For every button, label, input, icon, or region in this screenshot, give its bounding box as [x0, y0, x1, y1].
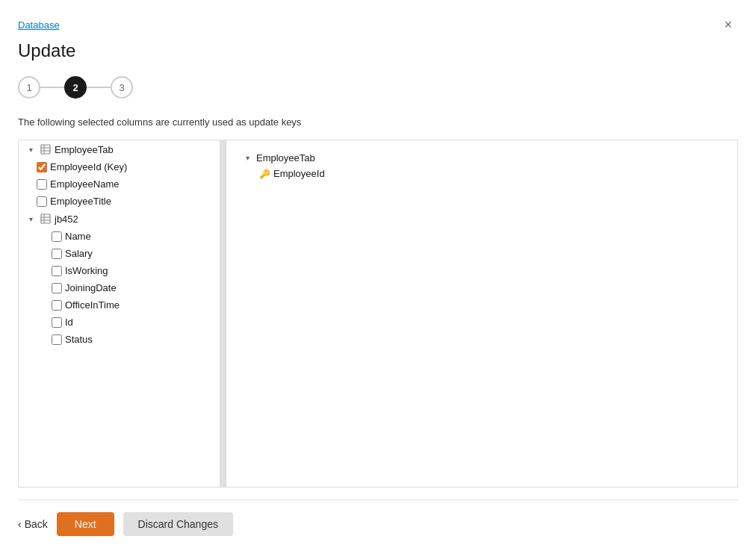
dialog-header: Database ×: [18, 15, 738, 34]
tree-group-employeetab[interactable]: ▾ EmployeeTab: [19, 140, 220, 158]
main-content: ▾ EmployeeTab EmployeeId (Key): [18, 140, 738, 488]
tree-item-employeetitle[interactable]: EmployeeTitle: [19, 193, 220, 210]
tree-item-status[interactable]: Status: [19, 331, 220, 348]
page-title: Update: [18, 40, 738, 61]
tree-item-joiningdate[interactable]: JoiningDate: [19, 279, 220, 296]
left-panel: ▾ EmployeeTab EmployeeId (Key): [18, 140, 220, 488]
chevron-employeetab[interactable]: ▾: [25, 143, 37, 155]
footer: ‹ Back Next Discard Changes: [18, 499, 738, 551]
checkbox-salary[interactable]: [52, 249, 62, 259]
back-arrow-icon: ‹: [18, 518, 22, 530]
column-name-officeintime: OfficeInTime: [65, 299, 120, 311]
svg-rect-4: [41, 214, 50, 223]
checkbox-isworking[interactable]: [52, 266, 62, 276]
tree-item-id[interactable]: Id: [19, 314, 220, 331]
table-icon-employeetab: [40, 143, 52, 155]
right-tree-group-employeetab: ▾ EmployeeTab: [238, 149, 725, 166]
column-name-employeename: EmployeeName: [50, 178, 120, 190]
stepper: 1 2 3: [18, 76, 738, 99]
tree-item-name[interactable]: Name: [19, 228, 220, 245]
checkbox-employeetitle[interactable]: [37, 196, 47, 207]
step-line-1: [40, 87, 64, 88]
checkbox-name[interactable]: [52, 231, 62, 242]
tree-item-officeintime[interactable]: OfficeInTime: [19, 296, 220, 314]
column-name-employeetitle: EmployeeTitle: [50, 196, 111, 207]
column-name-salary: Salary: [65, 248, 93, 259]
step-3: 3: [111, 76, 133, 99]
checkbox-officeintime[interactable]: [52, 300, 62, 311]
checkbox-status[interactable]: [52, 334, 62, 345]
step-1: 1: [18, 76, 40, 99]
column-name-status: Status: [65, 334, 93, 345]
column-name-isworking: IsWorking: [65, 265, 108, 276]
chevron-jb452[interactable]: ▾: [25, 213, 37, 225]
checkbox-employeeid-key[interactable]: [37, 162, 47, 172]
key-icon-employeeid: 🔑: [259, 169, 270, 179]
next-button[interactable]: Next: [57, 512, 114, 536]
checkbox-employeename[interactable]: [37, 179, 47, 190]
tree-item-salary[interactable]: Salary: [19, 245, 220, 262]
discard-button[interactable]: Discard Changes: [123, 512, 233, 536]
step-line-2: [87, 87, 111, 88]
panel-divider[interactable]: [220, 140, 226, 488]
breadcrumb[interactable]: Database: [18, 19, 60, 31]
checkbox-joiningdate[interactable]: [52, 283, 62, 293]
tree-item-employeename[interactable]: EmployeeName: [19, 175, 220, 193]
table-icon-jb452: [40, 213, 52, 225]
right-column-name-employeeid: EmployeeId: [273, 168, 325, 179]
right-tree-item-employeeid: 🔑 EmployeeId: [238, 166, 725, 181]
tree-item-isworking[interactable]: IsWorking: [19, 262, 220, 279]
right-panel: ▾ EmployeeTab 🔑 EmployeeId: [226, 140, 738, 488]
back-button[interactable]: ‹ Back: [18, 518, 48, 530]
dialog: Database × Update 1 2 3 The following se…: [0, 0, 756, 551]
column-name-employeeid-key: EmployeeId (Key): [50, 161, 127, 172]
right-table-name-employeetab: EmployeeTab: [256, 152, 315, 164]
svg-rect-0: [41, 145, 50, 154]
column-name-name: Name: [65, 231, 91, 242]
right-chevron-employeetab[interactable]: ▾: [241, 152, 253, 164]
description-text: The following selected columns are curre…: [18, 116, 738, 128]
tree-item-employeeid-key[interactable]: EmployeeId (Key): [19, 158, 220, 175]
column-name-joiningdate: JoiningDate: [65, 282, 117, 293]
tree-group-jb452[interactable]: ▾ jb452: [19, 210, 220, 228]
table-name-employeetab: EmployeeTab: [55, 144, 114, 155]
step-2: 2: [64, 76, 87, 99]
table-name-jb452: jb452: [55, 214, 78, 225]
close-button[interactable]: ×: [718, 15, 738, 34]
column-name-id: Id: [65, 317, 73, 328]
checkbox-id[interactable]: [52, 317, 62, 328]
